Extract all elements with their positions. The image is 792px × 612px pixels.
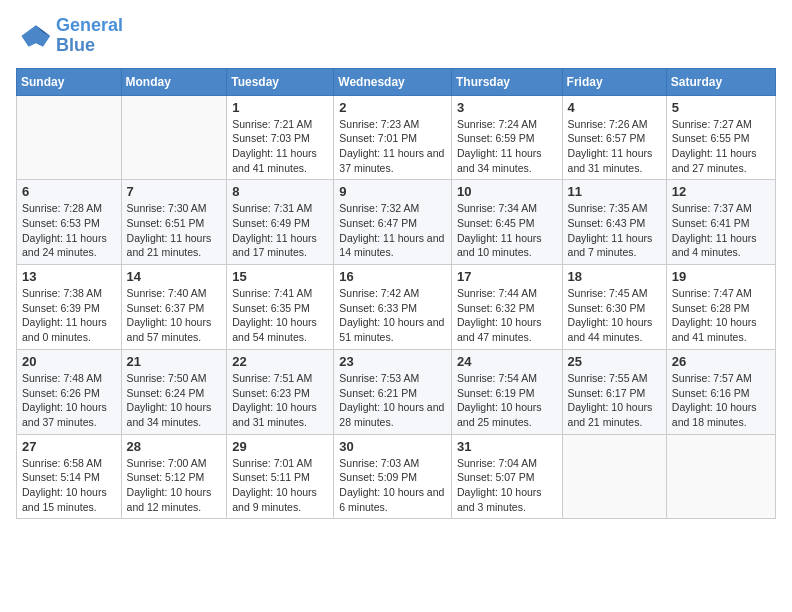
calendar-week-5: 27Sunrise: 6:58 AM Sunset: 5:14 PM Dayli… bbox=[17, 434, 776, 519]
calendar-week-2: 6Sunrise: 7:28 AM Sunset: 6:53 PM Daylig… bbox=[17, 180, 776, 265]
day-info: Sunrise: 7:54 AM Sunset: 6:19 PM Dayligh… bbox=[457, 371, 557, 430]
day-number: 24 bbox=[457, 354, 557, 369]
day-number: 9 bbox=[339, 184, 446, 199]
calendar-cell: 1Sunrise: 7:21 AM Sunset: 7:03 PM Daylig… bbox=[227, 95, 334, 180]
day-info: Sunrise: 7:35 AM Sunset: 6:43 PM Dayligh… bbox=[568, 201, 661, 260]
day-info: Sunrise: 7:42 AM Sunset: 6:33 PM Dayligh… bbox=[339, 286, 446, 345]
day-info: Sunrise: 7:23 AM Sunset: 7:01 PM Dayligh… bbox=[339, 117, 446, 176]
day-number: 2 bbox=[339, 100, 446, 115]
calendar-cell bbox=[17, 95, 122, 180]
day-header-friday: Friday bbox=[562, 68, 666, 95]
day-info: Sunrise: 7:40 AM Sunset: 6:37 PM Dayligh… bbox=[127, 286, 222, 345]
calendar-week-3: 13Sunrise: 7:38 AM Sunset: 6:39 PM Dayli… bbox=[17, 265, 776, 350]
day-number: 4 bbox=[568, 100, 661, 115]
day-number: 19 bbox=[672, 269, 770, 284]
calendar-cell: 9Sunrise: 7:32 AM Sunset: 6:47 PM Daylig… bbox=[334, 180, 452, 265]
day-number: 11 bbox=[568, 184, 661, 199]
day-number: 21 bbox=[127, 354, 222, 369]
calendar-cell: 13Sunrise: 7:38 AM Sunset: 6:39 PM Dayli… bbox=[17, 265, 122, 350]
calendar-cell: 31Sunrise: 7:04 AM Sunset: 5:07 PM Dayli… bbox=[451, 434, 562, 519]
calendar-cell: 21Sunrise: 7:50 AM Sunset: 6:24 PM Dayli… bbox=[121, 349, 227, 434]
calendar-cell: 22Sunrise: 7:51 AM Sunset: 6:23 PM Dayli… bbox=[227, 349, 334, 434]
calendar-cell: 25Sunrise: 7:55 AM Sunset: 6:17 PM Dayli… bbox=[562, 349, 666, 434]
day-number: 8 bbox=[232, 184, 328, 199]
day-info: Sunrise: 7:55 AM Sunset: 6:17 PM Dayligh… bbox=[568, 371, 661, 430]
day-info: Sunrise: 7:34 AM Sunset: 6:45 PM Dayligh… bbox=[457, 201, 557, 260]
day-number: 26 bbox=[672, 354, 770, 369]
day-number: 3 bbox=[457, 100, 557, 115]
day-info: Sunrise: 7:27 AM Sunset: 6:55 PM Dayligh… bbox=[672, 117, 770, 176]
day-info: Sunrise: 7:01 AM Sunset: 5:11 PM Dayligh… bbox=[232, 456, 328, 515]
day-number: 16 bbox=[339, 269, 446, 284]
day-header-sunday: Sunday bbox=[17, 68, 122, 95]
calendar-cell: 5Sunrise: 7:27 AM Sunset: 6:55 PM Daylig… bbox=[666, 95, 775, 180]
logo-icon bbox=[16, 18, 52, 54]
day-info: Sunrise: 7:37 AM Sunset: 6:41 PM Dayligh… bbox=[672, 201, 770, 260]
day-info: Sunrise: 7:00 AM Sunset: 5:12 PM Dayligh… bbox=[127, 456, 222, 515]
page-header: General Blue bbox=[16, 16, 776, 56]
day-number: 23 bbox=[339, 354, 446, 369]
calendar-cell: 30Sunrise: 7:03 AM Sunset: 5:09 PM Dayli… bbox=[334, 434, 452, 519]
day-info: Sunrise: 7:41 AM Sunset: 6:35 PM Dayligh… bbox=[232, 286, 328, 345]
calendar-cell: 10Sunrise: 7:34 AM Sunset: 6:45 PM Dayli… bbox=[451, 180, 562, 265]
day-header-thursday: Thursday bbox=[451, 68, 562, 95]
day-info: Sunrise: 7:48 AM Sunset: 6:26 PM Dayligh… bbox=[22, 371, 116, 430]
day-number: 14 bbox=[127, 269, 222, 284]
calendar-cell: 7Sunrise: 7:30 AM Sunset: 6:51 PM Daylig… bbox=[121, 180, 227, 265]
day-header-tuesday: Tuesday bbox=[227, 68, 334, 95]
day-header-monday: Monday bbox=[121, 68, 227, 95]
day-number: 1 bbox=[232, 100, 328, 115]
calendar-cell: 27Sunrise: 6:58 AM Sunset: 5:14 PM Dayli… bbox=[17, 434, 122, 519]
calendar-cell: 4Sunrise: 7:26 AM Sunset: 6:57 PM Daylig… bbox=[562, 95, 666, 180]
calendar-cell: 24Sunrise: 7:54 AM Sunset: 6:19 PM Dayli… bbox=[451, 349, 562, 434]
day-info: Sunrise: 7:44 AM Sunset: 6:32 PM Dayligh… bbox=[457, 286, 557, 345]
day-info: Sunrise: 7:51 AM Sunset: 6:23 PM Dayligh… bbox=[232, 371, 328, 430]
day-info: Sunrise: 7:50 AM Sunset: 6:24 PM Dayligh… bbox=[127, 371, 222, 430]
day-info: Sunrise: 7:21 AM Sunset: 7:03 PM Dayligh… bbox=[232, 117, 328, 176]
day-info: Sunrise: 7:03 AM Sunset: 5:09 PM Dayligh… bbox=[339, 456, 446, 515]
calendar-cell: 26Sunrise: 7:57 AM Sunset: 6:16 PM Dayli… bbox=[666, 349, 775, 434]
calendar-cell bbox=[666, 434, 775, 519]
day-number: 29 bbox=[232, 439, 328, 454]
day-info: Sunrise: 7:26 AM Sunset: 6:57 PM Dayligh… bbox=[568, 117, 661, 176]
logo: General Blue bbox=[16, 16, 123, 56]
calendar-cell: 12Sunrise: 7:37 AM Sunset: 6:41 PM Dayli… bbox=[666, 180, 775, 265]
calendar-week-4: 20Sunrise: 7:48 AM Sunset: 6:26 PM Dayli… bbox=[17, 349, 776, 434]
day-info: Sunrise: 7:47 AM Sunset: 6:28 PM Dayligh… bbox=[672, 286, 770, 345]
day-number: 7 bbox=[127, 184, 222, 199]
logo-text: General Blue bbox=[56, 16, 123, 56]
day-info: Sunrise: 7:57 AM Sunset: 6:16 PM Dayligh… bbox=[672, 371, 770, 430]
day-number: 12 bbox=[672, 184, 770, 199]
calendar-cell: 28Sunrise: 7:00 AM Sunset: 5:12 PM Dayli… bbox=[121, 434, 227, 519]
day-info: Sunrise: 7:53 AM Sunset: 6:21 PM Dayligh… bbox=[339, 371, 446, 430]
calendar-cell: 3Sunrise: 7:24 AM Sunset: 6:59 PM Daylig… bbox=[451, 95, 562, 180]
day-info: Sunrise: 7:31 AM Sunset: 6:49 PM Dayligh… bbox=[232, 201, 328, 260]
calendar-cell: 20Sunrise: 7:48 AM Sunset: 6:26 PM Dayli… bbox=[17, 349, 122, 434]
calendar-cell: 19Sunrise: 7:47 AM Sunset: 6:28 PM Dayli… bbox=[666, 265, 775, 350]
calendar-cell: 6Sunrise: 7:28 AM Sunset: 6:53 PM Daylig… bbox=[17, 180, 122, 265]
day-number: 6 bbox=[22, 184, 116, 199]
day-info: Sunrise: 7:28 AM Sunset: 6:53 PM Dayligh… bbox=[22, 201, 116, 260]
calendar-cell: 15Sunrise: 7:41 AM Sunset: 6:35 PM Dayli… bbox=[227, 265, 334, 350]
day-info: Sunrise: 7:30 AM Sunset: 6:51 PM Dayligh… bbox=[127, 201, 222, 260]
calendar-cell: 23Sunrise: 7:53 AM Sunset: 6:21 PM Dayli… bbox=[334, 349, 452, 434]
day-header-saturday: Saturday bbox=[666, 68, 775, 95]
day-info: Sunrise: 7:04 AM Sunset: 5:07 PM Dayligh… bbox=[457, 456, 557, 515]
calendar-cell bbox=[562, 434, 666, 519]
day-number: 18 bbox=[568, 269, 661, 284]
day-info: Sunrise: 7:45 AM Sunset: 6:30 PM Dayligh… bbox=[568, 286, 661, 345]
day-number: 5 bbox=[672, 100, 770, 115]
calendar-cell: 18Sunrise: 7:45 AM Sunset: 6:30 PM Dayli… bbox=[562, 265, 666, 350]
day-info: Sunrise: 7:32 AM Sunset: 6:47 PM Dayligh… bbox=[339, 201, 446, 260]
calendar-cell: 29Sunrise: 7:01 AM Sunset: 5:11 PM Dayli… bbox=[227, 434, 334, 519]
day-number: 28 bbox=[127, 439, 222, 454]
day-number: 22 bbox=[232, 354, 328, 369]
calendar-table: SundayMondayTuesdayWednesdayThursdayFrid… bbox=[16, 68, 776, 520]
calendar-cell: 2Sunrise: 7:23 AM Sunset: 7:01 PM Daylig… bbox=[334, 95, 452, 180]
calendar-cell: 11Sunrise: 7:35 AM Sunset: 6:43 PM Dayli… bbox=[562, 180, 666, 265]
day-info: Sunrise: 7:38 AM Sunset: 6:39 PM Dayligh… bbox=[22, 286, 116, 345]
calendar-cell: 16Sunrise: 7:42 AM Sunset: 6:33 PM Dayli… bbox=[334, 265, 452, 350]
day-number: 17 bbox=[457, 269, 557, 284]
day-number: 31 bbox=[457, 439, 557, 454]
day-number: 20 bbox=[22, 354, 116, 369]
